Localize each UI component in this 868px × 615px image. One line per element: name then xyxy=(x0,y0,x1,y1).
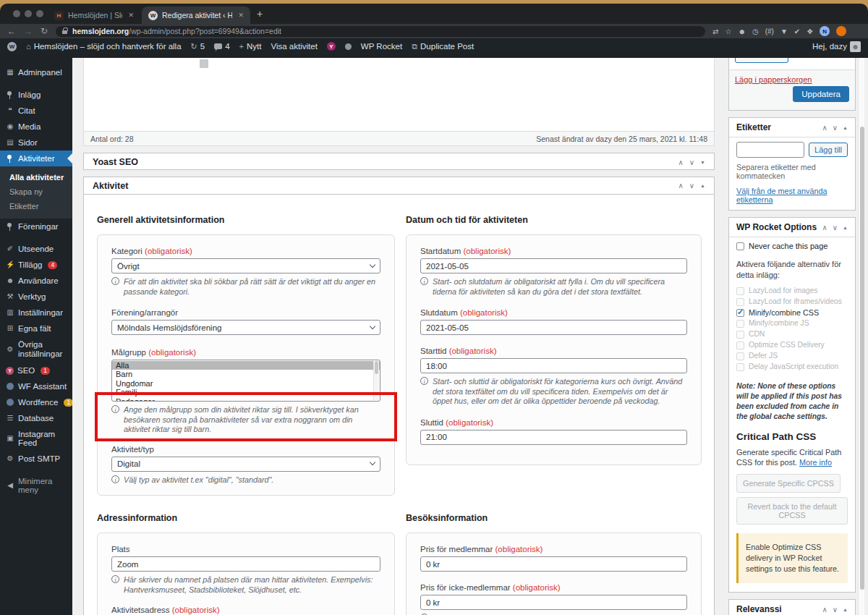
extension-v-icon[interactable]: ▼ xyxy=(780,27,788,35)
option-delay-js[interactable]: Delay JavaScript execution xyxy=(736,362,848,372)
malgrupp-listbox[interactable]: Alla Barn Ungdomar Familj Pedagoger xyxy=(111,360,380,402)
listbox-option[interactable]: Barn xyxy=(112,370,380,378)
sidebar-item-wordfence[interactable]: Wordfence1 xyxy=(0,394,72,410)
pris-icke-medlemmar-input[interactable] xyxy=(420,595,687,610)
move-up-icon[interactable]: ∧ xyxy=(822,606,827,614)
sidebar-item-database[interactable]: ☰Database xyxy=(0,410,72,426)
move-up-icon[interactable]: ∧ xyxy=(822,224,827,232)
move-up-icon[interactable]: ∧ xyxy=(678,182,683,190)
move-to-trash-link[interactable]: Lägg i papperskorgen xyxy=(735,75,812,84)
relevanssi-metabox-header[interactable]: Relevanssi ∧∨▲ xyxy=(729,600,855,615)
submenu-skapa-ny[interactable]: Skapa ny xyxy=(0,184,72,199)
yoast-icon[interactable]: Y xyxy=(327,42,336,51)
plats-input[interactable] xyxy=(111,556,380,572)
generate-cpcss-button[interactable]: Generate Specific CPCSS xyxy=(736,474,841,493)
bookmark-star-icon[interactable]: ☆ xyxy=(725,27,731,35)
new-tab-button[interactable]: + xyxy=(257,9,263,19)
reload-icon[interactable]: ↻ xyxy=(41,26,48,36)
sidebar-item-ovriga-installningar[interactable]: ⚙Övriga inställningar xyxy=(0,336,72,362)
option-minify-css[interactable]: Minify/combine CSS xyxy=(736,308,848,318)
kategori-select[interactable]: Övrigt xyxy=(111,258,380,273)
page-scrollbar[interactable] xyxy=(858,58,864,615)
toggle-icon[interactable]: ▲ xyxy=(843,225,848,230)
extension-check-icon[interactable]: ✔ xyxy=(794,27,800,35)
starttid-input[interactable] xyxy=(420,358,687,373)
move-down-icon[interactable]: ∨ xyxy=(689,158,694,166)
adminbar-new[interactable]: +Nytt xyxy=(239,42,262,51)
option-cdn[interactable]: CDN xyxy=(736,330,848,339)
extension-clock-icon[interactable]: ◷ xyxy=(752,27,759,35)
move-up-icon[interactable]: ∧ xyxy=(822,124,827,132)
listbox-option[interactable]: Alla xyxy=(112,361,380,370)
puzzle-icon[interactable]: ❖ xyxy=(807,27,813,35)
sidebar-item-anvandare[interactable]: ☻Användare xyxy=(0,273,72,289)
translate-icon[interactable]: ⇄ xyxy=(712,27,718,35)
sidebar-item-verktyg[interactable]: ⚒Verktyg xyxy=(0,289,72,305)
toggle-icon[interactable]: ▲ xyxy=(700,183,705,188)
submenu-alla-aktiviteter[interactable]: Alla aktiviteter xyxy=(0,170,72,184)
listbox-scrollbar[interactable] xyxy=(373,361,379,400)
option-lazyload-images[interactable]: LazyLoad for images xyxy=(736,287,848,296)
sidebar-item-adminpanel[interactable]: ▦Adminpanel xyxy=(0,64,72,80)
forward-icon[interactable]: → xyxy=(24,26,33,36)
sidebar-item-post-smtp[interactable]: ⚙Post SMTP xyxy=(0,451,72,467)
editor-content-area[interactable] xyxy=(83,58,715,132)
extension-code-icon[interactable]: (#) xyxy=(765,27,774,35)
startdatum-input[interactable] xyxy=(420,258,687,273)
back-icon[interactable]: ← xyxy=(7,26,16,36)
move-down-icon[interactable]: ∨ xyxy=(833,606,838,614)
sidebar-item-collapse-menu[interactable]: ◀Minimera meny xyxy=(0,473,72,498)
listbox-option[interactable]: Familj xyxy=(112,388,380,396)
sidebar-item-aktiviteter[interactable]: Aktiviteter xyxy=(0,150,72,166)
extension-person-icon[interactable]: ☻ xyxy=(738,27,746,35)
browser-tab-inactive[interactable]: H Hemslöjden | Slöjd & hantverk ✕ xyxy=(48,7,140,24)
move-up-icon[interactable]: ∧ xyxy=(678,158,683,166)
submenu-etiketter[interactable]: Etiketter xyxy=(0,199,72,213)
sidebar-item-seo[interactable]: YSEO1 xyxy=(0,362,72,378)
adminbar-my-account[interactable]: Hej, dazy☻ xyxy=(812,41,861,52)
move-down-icon[interactable]: ∨ xyxy=(833,224,838,232)
adminbar-wp-rocket[interactable]: WP Rocket xyxy=(361,42,402,51)
tab-close-icon[interactable]: ✕ xyxy=(238,12,244,19)
aktivitet-typ-select[interactable]: Digital xyxy=(111,457,380,472)
revert-cpcss-button[interactable]: Revert back to the default CPCSS xyxy=(736,497,848,525)
option-lazyload-iframes[interactable]: LazyLoad for iframes/videos xyxy=(736,297,848,307)
adminbar-duplicate-post[interactable]: ⧉Duplicate Post xyxy=(412,42,474,51)
new-tag-input[interactable] xyxy=(736,142,804,158)
sidebar-item-instagram-feed[interactable]: ▣Instagram Feed xyxy=(0,426,72,451)
sidebar-item-inlagg[interactable]: Inlägg xyxy=(0,87,72,103)
sidebar-item-installningar[interactable]: ▥Inställningar xyxy=(0,305,72,321)
never-cache-checkbox-row[interactable]: Never cache this page xyxy=(736,242,848,250)
adminbar-comments[interactable]: 4 xyxy=(214,42,229,51)
option-minify-js[interactable]: Minify/combine JS xyxy=(736,319,848,328)
window-close-button[interactable] xyxy=(13,10,20,17)
adminbar-updates[interactable]: ↻5 xyxy=(191,42,205,51)
option-optimize-css-delivery[interactable]: Optimize CSS Delivery xyxy=(736,341,848,350)
checkbox[interactable] xyxy=(736,242,744,250)
checkbox-checked[interactable] xyxy=(736,309,744,317)
option-defer-js[interactable]: Defer JS xyxy=(736,352,848,361)
window-minimize-button[interactable] xyxy=(25,10,32,17)
yoast-metabox-header[interactable]: Yoast SEO ∧∨▼ xyxy=(84,153,714,171)
adminbar-site-name[interactable]: ⌂Hemslöjden – slöjd och hantverk för all… xyxy=(26,42,182,51)
sidebar-item-sidor[interactable]: ▤Sidor xyxy=(0,135,72,150)
update-button[interactable]: Uppdatera xyxy=(793,86,849,102)
sidebar-item-tillagg[interactable]: ⚡Tillägg4 xyxy=(0,257,72,273)
adminbar-view-activity[interactable]: Visa aktivitet xyxy=(271,42,318,51)
sidebar-item-utseende[interactable]: ✐Utseende xyxy=(0,241,72,257)
aktivitet-metabox-header[interactable]: Aktivitet ∧∨▲ xyxy=(84,177,714,195)
wordpress-logo-icon[interactable]: W xyxy=(7,42,17,51)
pris-medlemmar-input[interactable] xyxy=(420,556,687,572)
sidebar-item-citat[interactable]: ❝Citat xyxy=(0,103,72,119)
sluttid-input[interactable] xyxy=(420,430,687,445)
listbox-option[interactable]: Pedagoger xyxy=(112,397,380,402)
move-down-icon[interactable]: ∨ xyxy=(833,124,838,132)
preview-button-partial[interactable] xyxy=(735,58,788,63)
slutdatum-input[interactable] xyxy=(420,320,687,335)
address-bar[interactable]: hemslojden.org/wp-admin/post.php?post=69… xyxy=(56,26,705,37)
sidebar-item-foreningar[interactable]: Föreningar xyxy=(0,219,72,234)
account-avatar[interactable]: N xyxy=(820,26,830,36)
wp-rocket-metabox-header[interactable]: WP Rocket Options ∧∨▲ xyxy=(729,218,855,237)
sidebar-item-wf-assistant[interactable]: WF Assistant xyxy=(0,378,72,394)
profile-icon[interactable] xyxy=(836,26,846,36)
